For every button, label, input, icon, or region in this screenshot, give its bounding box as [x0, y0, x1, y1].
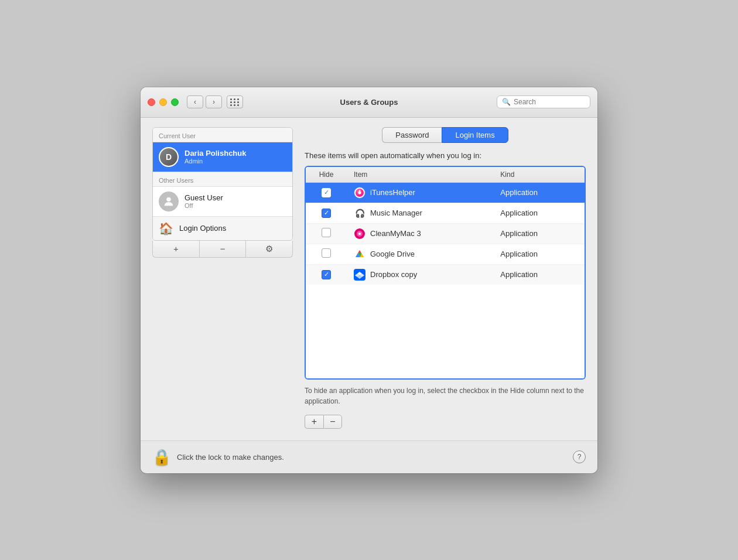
remove-item-button[interactable]: − — [323, 415, 342, 429]
sidebar-item-guest-user[interactable]: Guest User Off — [153, 187, 292, 216]
hide-cell: ✓ — [306, 203, 347, 223]
app-icon — [354, 248, 365, 260]
hide-cell: ✓ — [306, 264, 347, 285]
item-name-cell: Google Drive — [347, 244, 493, 264]
hide-checkbox[interactable]: ✓ — [322, 209, 331, 218]
hide-cell: ✓ — [306, 182, 347, 203]
item-name-cell: CleanMyMac 3 — [347, 223, 493, 244]
header-item: Item — [347, 167, 493, 183]
user-info: Daria Polishchuk Admin — [184, 149, 246, 165]
hide-checkbox[interactable] — [322, 248, 331, 258]
app-name: Dropbox copy — [370, 270, 417, 279]
minimize-button[interactable] — [159, 98, 167, 106]
guest-icon — [162, 195, 175, 208]
add-user-button[interactable]: + — [153, 241, 200, 257]
footer: 🔒 Click the lock to make changes. ? — [141, 441, 597, 473]
tab-login-items[interactable]: Login Items — [442, 127, 508, 143]
item-kind-cell: Application — [493, 203, 585, 223]
tabs: Password Login Items — [305, 127, 586, 143]
header-kind: Kind — [493, 167, 585, 183]
hide-checkbox[interactable]: ✓ — [322, 270, 331, 279]
add-remove-buttons: + − — [305, 415, 586, 429]
traffic-lights — [148, 98, 179, 106]
items-table: Hide Item Kind ✓iTunesHelperApplication✓… — [306, 167, 585, 285]
guest-status: Off — [184, 202, 223, 209]
hint-text: To hide an application when you log in, … — [305, 385, 586, 407]
avatar: D — [159, 147, 179, 167]
app-icon — [354, 228, 365, 240]
guest-name: Guest User — [184, 193, 223, 202]
grid-button[interactable] — [227, 95, 243, 108]
item-name-cell: 🎧Music Manager — [347, 203, 493, 223]
hide-checkbox[interactable] — [322, 228, 331, 237]
app-name: Music Manager — [370, 209, 422, 217]
svg-point-0 — [166, 197, 170, 201]
settings-button[interactable]: ⚙ — [246, 241, 292, 257]
guest-info: Guest User Off — [184, 193, 223, 209]
sidebar-panel: Current User D Daria Polishchuk Admin Ot… — [152, 127, 293, 241]
search-input[interactable] — [514, 98, 585, 106]
search-icon: 🔍 — [502, 98, 511, 106]
app-name: CleanMyMac 3 — [370, 229, 421, 238]
maximize-button[interactable] — [171, 98, 179, 106]
item-kind-cell: Application — [493, 223, 585, 244]
sidebar-item-current-user[interactable]: D Daria Polishchuk Admin — [153, 142, 292, 172]
app-icon — [354, 269, 365, 281]
grid-icon — [230, 98, 240, 106]
forward-button[interactable]: › — [206, 95, 222, 108]
item-name-cell: Dropbox copy — [347, 264, 493, 285]
table-row[interactable]: ✓iTunesHelperApplication — [306, 182, 585, 203]
svg-rect-5 — [360, 190, 360, 193]
hide-cell — [306, 244, 347, 264]
item-kind-cell: Application — [493, 182, 585, 203]
description-text: These items will open automatically when… — [305, 151, 586, 160]
app-name: Google Drive — [370, 250, 415, 258]
hide-cell — [306, 223, 347, 244]
tab-password[interactable]: Password — [382, 127, 442, 143]
user-name: Daria Polishchuk — [184, 149, 246, 158]
item-kind-cell: Application — [493, 264, 585, 285]
sidebar-item-login-options[interactable]: 🏠 Login Options — [153, 216, 292, 240]
item-name-cell: iTunesHelper — [347, 182, 493, 203]
table-row[interactable]: CleanMyMac 3Application — [306, 223, 585, 244]
empty-table-area — [306, 285, 585, 378]
header-hide: Hide — [306, 167, 347, 183]
app-name: iTunesHelper — [370, 188, 415, 197]
back-button[interactable]: ‹ — [187, 95, 203, 108]
house-icon: 🏠 — [159, 221, 173, 235]
login-options-label: Login Options — [179, 224, 226, 233]
table-header-row: Hide Item Kind — [306, 167, 585, 183]
hide-checkbox[interactable]: ✓ — [322, 188, 331, 197]
app-icon: 🎧 — [354, 207, 365, 219]
items-table-wrapper: Hide Item Kind ✓iTunesHelperApplication✓… — [305, 166, 586, 380]
main-window: ‹ › Users & Groups 🔍 Current User D — [141, 87, 597, 473]
nav-buttons: ‹ › — [187, 95, 222, 108]
lock-icon[interactable]: 🔒 — [152, 448, 171, 466]
add-item-button[interactable]: + — [305, 415, 323, 429]
guest-avatar — [159, 192, 179, 211]
search-bar[interactable]: 🔍 — [497, 95, 590, 108]
window-title: Users & Groups — [340, 98, 398, 107]
table-row[interactable]: Google DriveApplication — [306, 244, 585, 264]
titlebar: ‹ › Users & Groups 🔍 — [141, 87, 597, 118]
other-users-label: Other Users — [153, 172, 292, 187]
svg-point-8 — [358, 233, 361, 235]
table-row[interactable]: ✓🎧Music ManagerApplication — [306, 203, 585, 223]
item-kind-cell: Application — [493, 244, 585, 264]
sidebar-toolbar: + − ⚙ — [152, 241, 293, 258]
user-role: Admin — [184, 158, 246, 165]
lock-text: Click the lock to make changes. — [177, 453, 284, 462]
help-button[interactable]: ? — [573, 450, 586, 463]
main-panel: Password Login Items These items will op… — [305, 127, 586, 429]
close-button[interactable] — [148, 98, 155, 106]
current-user-label: Current User — [153, 128, 292, 142]
remove-user-button[interactable]: − — [200, 241, 247, 257]
app-icon — [354, 187, 365, 199]
sidebar: Current User D Daria Polishchuk Admin Ot… — [152, 127, 293, 429]
content-area: Current User D Daria Polishchuk Admin Ot… — [141, 118, 597, 441]
table-row[interactable]: ✓Dropbox copyApplication — [306, 264, 585, 285]
